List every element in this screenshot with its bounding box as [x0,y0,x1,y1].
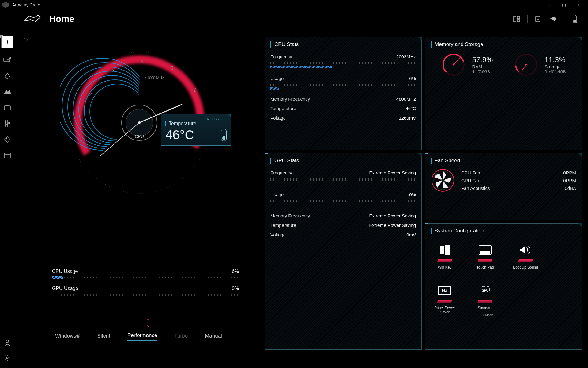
cpu-usage-row: CPU Usage6% [52,269,239,278]
tile-boot-sound[interactable]: Boot Up Sound [513,244,538,270]
sidebar-home[interactable]: i [1,36,13,48]
battery-icon[interactable] [571,15,579,23]
sound-icon [518,244,533,256]
maximize-button[interactable]: ▢ [557,0,571,10]
svg-rect-16 [9,122,10,124]
temperature-value: 46°C [165,128,194,142]
memory-panel: Memory and Storage + 57.9% RAM 4.4/7.6GB [425,37,582,150]
windows-icon [437,244,452,256]
sidebar-scenario[interactable] [3,87,12,96]
tile-gpu-mode[interactable]: GPU Standard GPU Mode [472,284,498,317]
page-title: Home [49,14,74,24]
hz-icon: HZ [437,284,452,297]
sidebar-featured[interactable] [3,119,12,128]
svg-rect-0 [514,16,516,22]
mode-windows[interactable]: Windows® [55,333,80,341]
sidebar-settings[interactable] [3,353,12,362]
close-button[interactable]: ✕ [571,0,586,10]
svg-point-9 [10,57,11,59]
svg-rect-8 [4,58,10,62]
thermometer-icon [221,129,227,141]
svg-rect-1 [517,16,520,19]
svg-rect-10 [4,106,10,110]
cpu-stats-panel: CPU Stats Frequency2092MHz Usage6% Memor… [265,37,422,150]
sidebar-deals[interactable] [3,135,12,144]
sidebar-content[interactable] [3,151,12,160]
svg-point-22 [6,357,8,359]
header: Home [0,10,588,28]
dashboard-icon[interactable] [513,15,521,23]
mode-indicator-icon: ˄˄ [146,318,150,331]
gauge-num-2: 2 [89,92,92,98]
svg-rect-14 [5,121,6,123]
fan-panel: Fan Speed CPU Fan0RPM GPU [425,153,582,220]
svg-rect-18 [4,153,10,158]
svg-text:+: + [525,62,527,67]
gpu-usage-row: GPU Usage0% [52,286,239,296]
touchpad-icon [478,244,492,256]
svg-point-41 [441,179,444,182]
svg-text:+: + [452,62,455,67]
ram-donut-icon: + [441,52,466,78]
svg-rect-4 [555,18,556,20]
minimize-button[interactable]: ─ [542,0,556,10]
system-config-panel: System Configuration Win Key Touch Pad B… [425,223,582,350]
gauge-num-1: 1 [79,126,82,131]
svg-rect-7 [574,20,576,22]
svg-rect-2 [517,20,520,22]
sidebar-device[interactable] [3,55,12,64]
svg-text:CPU: CPU [135,134,144,139]
deco-dot [24,38,28,42]
mode-manual[interactable]: Manual [205,333,222,341]
titlebar: Armoury Crate ─ ▢ ✕ [0,0,588,10]
sidebar-gamevisual[interactable] [3,103,12,112]
svg-rect-6 [574,15,576,16]
svg-rect-45 [445,250,450,255]
sidebar: i [0,34,15,368]
mode-turbo[interactable]: Turbo [174,333,188,341]
temperature-label: Temperature [165,121,227,126]
svg-text:GPU: GPU [482,289,488,292]
svg-rect-42 [440,246,444,250]
mode-silent[interactable]: Silent [97,333,111,341]
svg-rect-44 [440,250,444,254]
notification-icon[interactable] [549,15,557,23]
svg-rect-47 [480,251,490,254]
sidebar-aura[interactable] [3,71,12,80]
mode-tabs: Windows® Silent Performance Turbo Manual [55,332,222,341]
svg-text:x 1000 MHz: x 1000 MHz [144,76,164,80]
gpu-stats-panel: GPU Stats FrequencyExtreme Power Saving … [265,153,422,350]
svg-rect-43 [445,245,450,250]
temperature-box: R.O.G / 206 Temperature 46°C [161,114,231,146]
tile-panel-power-saver[interactable]: HZ Panel Power Saver [432,284,458,317]
svg-rect-15 [7,124,8,125]
gauge-num-6: 6 [194,88,197,93]
tile-win-key[interactable]: Win Key [432,244,458,270]
app-title: Armoury Crate [12,2,40,7]
gauge-num-5: 5 [171,66,173,71]
svg-text:HZ: HZ [442,288,448,293]
gauge-num-3: 3 [112,68,115,74]
rog-logo-icon [23,13,42,25]
sidebar-user[interactable] [3,338,12,347]
svg-point-17 [6,138,7,139]
gauge-num-4: 4 [141,59,144,64]
gpu-icon: GPU [478,284,492,297]
svg-point-21 [6,340,9,343]
app-icon [2,2,9,8]
gauge-panel: CPU x 1000 MHz 1 2 3 4 5 6 R.O.G / 206 T… [18,37,260,350]
storage-donut-icon: + [513,52,539,78]
mode-performance[interactable]: Performance [127,332,157,341]
menu-icon[interactable] [6,15,16,23]
cpu-gauge: CPU x 1000 MHz 1 2 3 4 5 6 R.O.G / 206 T… [60,43,219,202]
fan-icon [431,168,455,193]
svg-rect-3 [536,17,540,21]
tile-touchpad[interactable]: Touch Pad [472,244,498,270]
recommend-icon[interactable] [534,15,542,23]
